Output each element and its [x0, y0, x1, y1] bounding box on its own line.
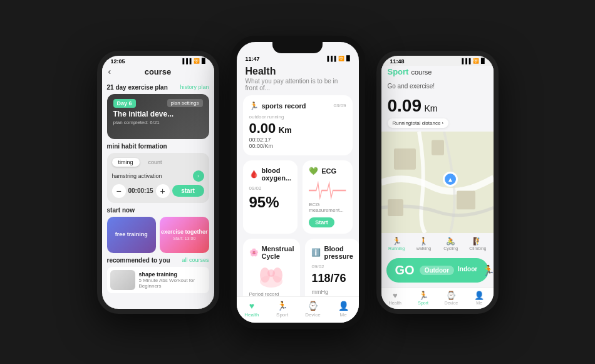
center-status-icons: ▐▐▐ 🛜 ▉: [325, 56, 349, 61]
habit-tabs: timing count: [112, 158, 204, 167]
right-wifi-icon: 🛜: [473, 58, 479, 64]
plan-card-top: Day 6 plan settings: [113, 99, 203, 108]
center-title: Health: [246, 66, 350, 77]
habit-arrow-btn[interactable]: ›: [193, 170, 204, 182]
menstrual-svg: [256, 264, 287, 289]
section4-header: recommended to you all courses: [107, 257, 209, 264]
exercise-together-card[interactable]: exercise together Start: 13:00: [160, 217, 209, 253]
right-km-unit: Km: [424, 103, 437, 113]
ecg-start-btn[interactable]: Start: [309, 217, 334, 227]
habit-plus-btn[interactable]: +: [156, 184, 170, 198]
right-battery-icon: ▉: [481, 58, 485, 64]
center-nav-me[interactable]: 👤 Me: [328, 301, 359, 318]
habit-tab-count[interactable]: count: [142, 158, 168, 167]
left-screen: 12:05 ▐▐▐ 🛜 ▉ ‹ course 21 day exercise p…: [102, 56, 214, 309]
menstrual-icon: 🌸: [249, 248, 259, 257]
tab-climbing[interactable]: 🧗 Climbing: [465, 236, 490, 252]
tab-running[interactable]: 🏃 Running: [384, 236, 410, 252]
center-nav-sport[interactable]: 🏃 Sport: [267, 301, 298, 318]
section3-header: start now: [107, 207, 209, 214]
menstrual-sub: Period record Fertil...: [249, 291, 294, 296]
right-health-icon: ♥: [393, 291, 398, 300]
go-options: Outdoor Indoor: [420, 266, 478, 275]
plan-completed: plan completed: 6/21: [113, 120, 203, 125]
tab-walking[interactable]: 🚶 walking: [411, 236, 437, 252]
battery-icon: ▉: [202, 58, 205, 64]
right-status-icons: ▐▐▐ 🛜 ▉: [460, 58, 484, 64]
right-nav-device[interactable]: ⌚ Device: [437, 291, 465, 305]
left-time: 12:05: [111, 58, 125, 65]
back-arrow[interactable]: ‹: [108, 66, 111, 76]
exercise-time-label: Start: 13:00: [161, 236, 208, 241]
right-nav-health[interactable]: ♥ Health: [381, 291, 410, 305]
left-title: course: [145, 67, 172, 76]
activity-tabs: 🏃 Running 🚶 walking 🚴 Cycling 🧗 Climbing: [381, 233, 494, 254]
section3-title: start now: [107, 207, 135, 214]
ecg-wave-container: [309, 179, 346, 202]
right-nav-sport[interactable]: 🏃 Sport: [409, 291, 437, 305]
right-sport-label: Sport: [418, 301, 428, 305]
indoor-option[interactable]: Indoor: [458, 266, 477, 275]
outdoor-option[interactable]: Outdoor: [420, 266, 454, 275]
center-time: 11:47: [246, 56, 260, 62]
center-nav-health[interactable]: ♥ Health: [237, 301, 267, 318]
right-time: 11:48: [390, 58, 405, 65]
habit-timer: 00:00:15: [128, 187, 153, 194]
device-nav-icon: ⌚: [308, 301, 318, 311]
sport-nav-icon: 🏃: [277, 301, 287, 311]
wifi-icon: 🛜: [194, 58, 200, 64]
section1-title: 21 day exercise plan: [107, 84, 168, 91]
rec-info: shape training 5 Minute Abs Workout for …: [139, 271, 206, 289]
center-battery-icon: ▉: [346, 56, 350, 61]
phones-container: 12:05 ▐▐▐ 🛜 ▉ ‹ course 21 day exercise p…: [97, 36, 499, 329]
go-button[interactable]: GO Outdoor Indoor 🏃: [386, 258, 489, 283]
sports-label: outdoor running: [249, 114, 346, 120]
exercise-together-label: exercise together: [161, 229, 208, 236]
cycling-label: Cycling: [443, 246, 458, 251]
running-label: Running: [388, 246, 405, 251]
history-plan-link[interactable]: history plan: [180, 84, 209, 90]
center-nav-device[interactable]: ⌚ Device: [298, 301, 328, 318]
all-courses-link[interactable]: all courses: [182, 257, 209, 263]
bp-icon: ℹ️: [311, 248, 321, 257]
center-content: 🏃 sports record 03/09 outdoor running 0.…: [237, 95, 359, 296]
walking-label: walking: [416, 246, 431, 251]
right-km-row: 0.09 Km: [388, 96, 487, 116]
cycling-icon: 🚴: [446, 237, 455, 246]
plan-card[interactable]: Day 6 plan settings The initial deve... …: [107, 94, 209, 139]
habit-start-btn[interactable]: start: [172, 185, 204, 197]
tab-cycling[interactable]: 🚴 Cycling: [438, 236, 463, 252]
left-header: ‹ course: [102, 66, 214, 80]
bp-card[interactable]: ℹ️ Blood pressure 09/02 118/76 mmHg: [305, 239, 358, 296]
sports-km-display: 0.00 Km: [249, 120, 346, 137]
section2-header: mini habit formation: [107, 143, 209, 150]
notch: [272, 42, 323, 53]
menstrual-card[interactable]: 🌸 Menstrual Cycle Period record Fert: [243, 239, 301, 296]
me-nav-icon: 👤: [338, 301, 349, 311]
two-col-2: 🌸 Menstrual Cycle Period record Fert: [243, 239, 353, 296]
blood-oxy-card[interactable]: 🩸 blood oxygen... 09/02 95%: [243, 160, 298, 234]
health-nav-icon: ♥: [249, 301, 254, 311]
plan-settings-btn[interactable]: plan settings: [167, 99, 203, 107]
sports-icon: 🏃: [249, 101, 259, 110]
right-signal-icon: ▐▐▐: [460, 58, 470, 64]
free-training-card[interactable]: free training: [107, 217, 157, 253]
right-header: Sport course: [381, 66, 494, 80]
menstrual-header: 🌸 Menstrual Cycle: [249, 245, 294, 260]
ecg-sub: ECG measurement...: [309, 202, 346, 213]
habit-minus-btn[interactable]: −: [112, 184, 126, 198]
svg-rect-8: [388, 199, 403, 216]
center-signal-icon: ▐▐▐: [325, 56, 336, 61]
recommended-row[interactable]: shape training 5 Minute Abs Workout for …: [107, 267, 209, 293]
blood-oxy-value: 95%: [249, 194, 292, 211]
svg-point-3: [267, 269, 275, 277]
ecg-svg: [309, 179, 346, 202]
sports-pace: 00:00/Km: [249, 143, 346, 149]
right-distance-btn[interactable]: Runningtotal distance ›: [388, 118, 449, 128]
habit-tab-timing[interactable]: timing: [112, 158, 140, 167]
right-sub-text: Go and exercise!: [381, 80, 494, 92]
device-nav-label: Device: [305, 312, 320, 318]
ecg-card[interactable]: 💚 ECG ECG measurement... Start: [303, 160, 352, 234]
right-nav-me[interactable]: 👤 Me: [465, 291, 494, 305]
sports-record-card[interactable]: 🏃 sports record 03/09 outdoor running 0.…: [243, 95, 353, 155]
